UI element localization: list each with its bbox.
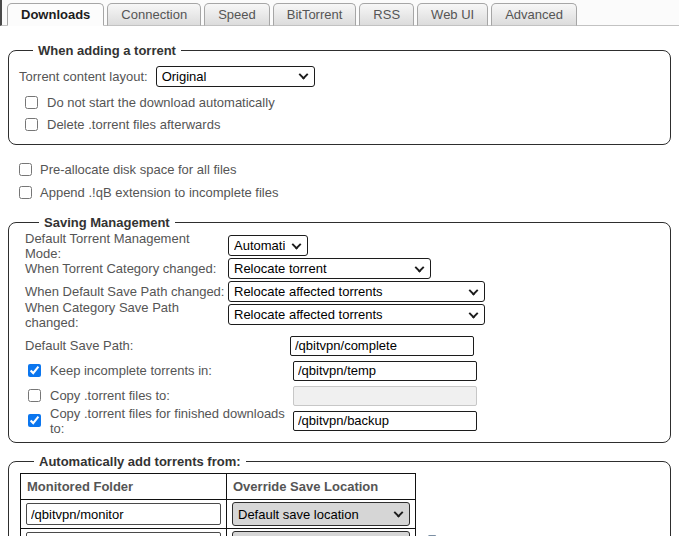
- default-torrent-management-mode-label: Default Torrent Management Mode:: [25, 231, 228, 261]
- keep-incomplete-torrents-checkbox[interactable]: [28, 364, 41, 377]
- saving-management-legend: Saving Management: [39, 215, 175, 230]
- keep-incomplete-torrents-label: Keep incomplete torrents in:: [50, 363, 212, 378]
- copy-finished-torrent-files-label: Copy .torrent files for finished downloa…: [50, 406, 293, 436]
- torrent-content-layout-select[interactable]: Original: [156, 66, 315, 87]
- monitored-folder-column-header: Monitored Folder: [21, 474, 227, 500]
- preferences-tabbar: Downloads Connection Speed BitTorrent RS…: [0, 0, 679, 26]
- tab-speed[interactable]: Speed: [204, 3, 270, 26]
- tab-bittorrent[interactable]: BitTorrent: [273, 3, 357, 26]
- saving-management-fieldset: Saving Management Default Torrent Manage…: [8, 215, 671, 443]
- when-category-save-path-changed-select[interactable]: Relocate affected torrents: [228, 304, 485, 325]
- when-adding-a-torrent-fieldset: When adding a torrent Torrent content la…: [8, 43, 671, 145]
- monitored-folder-input-1[interactable]: [26, 503, 221, 525]
- do-not-start-automatically-label: Do not start the download automatically: [47, 95, 275, 110]
- delete-torrent-files-checkbox[interactable]: [25, 118, 38, 131]
- tab-webui[interactable]: Web UI: [417, 3, 488, 26]
- when-default-save-path-changed-select[interactable]: Relocate affected torrents: [228, 281, 485, 302]
- preallocate-disk-space-label: Pre-allocate disk space for all files: [40, 162, 237, 177]
- table-header-row: Monitored Folder Override Save Location: [21, 474, 416, 500]
- append-qb-extension-checkbox[interactable]: [19, 186, 32, 199]
- copy-finished-torrent-files-input[interactable]: [293, 411, 477, 431]
- copy-torrent-files-label: Copy .torrent files to:: [50, 388, 170, 403]
- torrent-content-layout-label: Torrent content layout:: [19, 69, 148, 84]
- tab-advanced[interactable]: Advanced: [491, 3, 577, 26]
- monitored-folders-table: Monitored Folder Override Save Location …: [20, 473, 416, 536]
- auto-add-torrents-fieldset: Automatically add torrents from: Monitor…: [8, 454, 671, 536]
- when-torrent-category-changed-label: When Torrent Category changed:: [25, 261, 228, 276]
- when-default-save-path-changed-label: When Default Save Path changed:: [25, 284, 228, 299]
- preferences-panel: Downloads Connection Speed BitTorrent RS…: [0, 0, 679, 536]
- override-save-location-select-1[interactable]: Default save location: [232, 502, 410, 526]
- default-torrent-management-mode-select[interactable]: Automatic: [228, 235, 308, 256]
- tab-rss[interactable]: RSS: [359, 3, 414, 26]
- preallocate-disk-space-checkbox[interactable]: [19, 163, 32, 176]
- delete-torrent-files-label: Delete .torrent files afterwards: [47, 117, 220, 132]
- copy-torrent-files-input: [293, 386, 477, 406]
- monitored-folder-input-2[interactable]: [26, 532, 221, 536]
- tab-connection[interactable]: Connection: [107, 3, 201, 26]
- downloads-tab-content: When adding a torrent Torrent content la…: [0, 43, 679, 536]
- auto-add-torrents-legend: Automatically add torrents from:: [34, 454, 246, 469]
- override-save-location-select-2[interactable]: Default save location: [232, 531, 410, 536]
- when-torrent-category-changed-select[interactable]: Relocate torrent: [228, 258, 431, 279]
- when-adding-legend: When adding a torrent: [33, 43, 181, 58]
- append-qb-extension-label: Append .!qB extension to incomplete file…: [40, 185, 278, 200]
- default-save-path-label: Default Save Path:: [25, 338, 133, 353]
- general-download-options: Pre-allocate disk space for all files Ap…: [19, 158, 671, 204]
- table-row: Default save location: [21, 500, 416, 529]
- tab-downloads[interactable]: Downloads: [7, 3, 104, 26]
- keep-incomplete-torrents-input[interactable]: [293, 361, 477, 381]
- when-category-save-path-changed-label: When Category Save Path changed:: [25, 300, 228, 330]
- copy-finished-torrent-files-checkbox[interactable]: [28, 414, 41, 427]
- copy-torrent-files-checkbox[interactable]: [28, 389, 41, 402]
- torrent-content-layout-select-wrap: Original: [156, 66, 315, 87]
- table-row: Default save location: [21, 529, 416, 536]
- override-save-location-column-header: Override Save Location: [227, 474, 416, 500]
- default-save-path-input[interactable]: [290, 336, 474, 356]
- do-not-start-automatically-checkbox[interactable]: [25, 96, 38, 109]
